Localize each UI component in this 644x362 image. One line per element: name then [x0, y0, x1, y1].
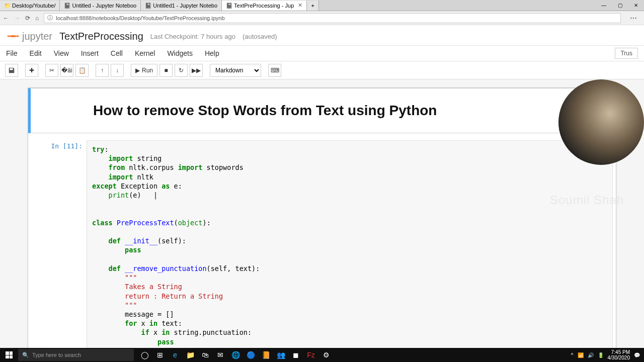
folder-icon: 📁	[4, 3, 10, 9]
mail-icon[interactable]: ✉	[213, 348, 227, 362]
fast-forward-button[interactable]: ▶▶	[190, 64, 203, 77]
notebook-container: How to remove Stop Words from Text using…	[28, 87, 616, 354]
battery-icon[interactable]: 🔋	[598, 352, 604, 358]
url-text: localhost:8888/notebooks/Desktop/Youtube…	[56, 15, 224, 21]
checkpoint-text: Last Checkpoint: 7 hours ago	[150, 33, 235, 40]
watermark-name: Soumil Shah	[550, 193, 624, 207]
clock[interactable]: 7:45 PM 4/30/2020	[608, 349, 630, 360]
url-input[interactable]: ⓘ localhost:8888/notebooks/Desktop/Youtu…	[44, 13, 621, 23]
search-icon: 🔍	[22, 352, 29, 358]
code-content[interactable]: try: import string from nltk.corpus impo…	[87, 140, 613, 351]
menu-bar: File Edit View Insert Cell Kernel Widget…	[0, 45, 644, 61]
webcam-overlay	[558, 79, 644, 165]
info-icon: ⓘ	[47, 14, 53, 22]
menu-view[interactable]: View	[54, 49, 69, 57]
windows-taskbar: 🔍 Type here to search ◯ ⊞ e 📁 🛍 ✉ 🌐 🔵 📙 …	[0, 348, 644, 362]
jupyter-icon[interactable]: 📙	[259, 348, 273, 362]
maximize-button[interactable]: ▢	[612, 1, 628, 11]
markdown-heading: How to remove Stop Words from Text using…	[89, 92, 612, 130]
menu-edit[interactable]: Edit	[30, 49, 42, 57]
command-palette-button[interactable]: ⌨	[268, 64, 281, 77]
obs-icon[interactable]: ⚙	[319, 348, 333, 362]
close-button[interactable]: ✕	[628, 1, 644, 11]
minimize-button[interactable]: —	[596, 1, 612, 11]
tray-up-icon[interactable]: ^	[571, 352, 574, 358]
cortana-icon[interactable]: ◯	[138, 348, 152, 362]
forward-button[interactable]: →	[14, 15, 20, 22]
browser-tab-active[interactable]: 📓 TextPreProcessing - Jup ✕	[222, 1, 307, 11]
menu-widgets[interactable]: Widgets	[167, 49, 193, 57]
start-button[interactable]	[0, 348, 18, 362]
cell-type-select[interactable]: Markdown	[210, 64, 261, 77]
taskbar-search[interactable]: 🔍 Type here to search	[18, 349, 134, 361]
toolbar: ✚ ✂ �äi 📋 ↑ ↓ ▶ Run ■ ↻ ▶▶ Markdown ⌨	[0, 61, 644, 79]
filezilla-icon[interactable]: Fz	[304, 348, 318, 362]
search-placeholder: Type here to search	[32, 352, 81, 358]
chrome-icon[interactable]: 🌐	[228, 348, 243, 362]
tab-label: TextPreProcessing - Jup	[234, 3, 294, 9]
save-button[interactable]	[5, 64, 18, 77]
restart-button[interactable]: ↻	[175, 64, 188, 77]
tab-label: Desktop/Youtube/	[12, 3, 55, 9]
trusted-indicator[interactable]: Trus	[615, 48, 638, 59]
close-icon[interactable]: ✕	[298, 2, 302, 9]
menu-file[interactable]: File	[6, 49, 18, 57]
notebook-icon: 📓	[145, 3, 151, 9]
new-tab-button[interactable]: +	[307, 1, 319, 11]
teams-icon[interactable]: 👥	[274, 348, 288, 362]
windows-logo-icon	[6, 351, 13, 358]
run-button[interactable]: ▶ Run	[131, 64, 157, 77]
edge-icon[interactable]: e	[168, 348, 182, 362]
menu-help[interactable]: Help	[205, 49, 219, 57]
add-cell-button[interactable]: ✚	[25, 64, 38, 77]
volume-icon[interactable]: 🔊	[588, 352, 594, 358]
autosaved-text: (autosaved)	[243, 33, 277, 40]
notebook-icon: 📓	[226, 3, 232, 9]
more-button[interactable]: ⋯	[626, 14, 641, 22]
copy-button[interactable]: �äi	[60, 64, 73, 77]
cell-prompt	[34, 92, 89, 130]
tab-label: Untitled1 - Jupyter Notebo	[153, 3, 217, 9]
jupyter-header: jupyter TextPreProcessing Last Checkpoin…	[0, 25, 644, 45]
jupyter-logo-text: jupyter	[22, 31, 52, 42]
address-bar: ← → ⟳ ⌂ ⓘ localhost:8888/notebooks/Deskt…	[0, 11, 644, 25]
taskbar-apps: ◯ ⊞ e 📁 🛍 ✉ 🌐 🔵 📙 👥 ◼ Fz ⚙	[138, 348, 333, 362]
notebook-title[interactable]: TextPreProcessing	[59, 31, 143, 42]
network-icon[interactable]: 📶	[578, 352, 584, 358]
system-tray: ^ 📶 🔊 🔋 7:45 PM 4/30/2020 💬	[567, 349, 644, 360]
jupyter-logo-icon	[6, 29, 20, 43]
markdown-cell[interactable]: How to remove Stop Words from Text using…	[28, 88, 616, 133]
notebook-area[interactable]: How to remove Stop Words from Text using…	[0, 79, 644, 362]
notifications-icon[interactable]: 💬	[634, 352, 640, 358]
app-icon[interactable]: 🔵	[244, 348, 258, 362]
tab-label: Untitled - Jupyter Noteboo	[72, 3, 136, 9]
refresh-button[interactable]: ⟳	[25, 15, 30, 22]
task-view-icon[interactable]: ⊞	[153, 348, 167, 362]
menu-insert[interactable]: Insert	[81, 49, 99, 57]
browser-tab[interactable]: 📓 Untitled1 - Jupyter Notebo	[141, 1, 222, 11]
menu-kernel[interactable]: Kernel	[135, 49, 155, 57]
back-button[interactable]: ←	[3, 15, 9, 22]
browser-tab[interactable]: 📓 Untitled - Jupyter Noteboo	[60, 1, 141, 11]
move-up-button[interactable]: ↑	[96, 64, 109, 77]
notebook-icon: 📓	[64, 3, 70, 9]
home-button[interactable]: ⌂	[35, 15, 39, 22]
explorer-icon[interactable]: 📁	[183, 348, 197, 362]
cut-button[interactable]: ✂	[45, 64, 58, 77]
paste-button[interactable]: 📋	[75, 64, 89, 77]
code-cell[interactable]: In [11]: try: import string from nltk.co…	[28, 137, 616, 354]
pycharm-icon[interactable]: ◼	[289, 348, 303, 362]
browser-tab[interactable]: 📁 Desktop/Youtube/	[0, 1, 60, 11]
store-icon[interactable]: 🛍	[198, 348, 212, 362]
move-down-button[interactable]: ↓	[111, 64, 124, 77]
browser-tab-bar: 📁 Desktop/Youtube/ 📓 Untitled - Jupyter …	[0, 0, 644, 11]
stop-button[interactable]: ■	[159, 64, 173, 77]
menu-cell[interactable]: Cell	[111, 49, 123, 57]
cell-prompt: In [11]:	[31, 140, 87, 351]
jupyter-logo[interactable]: jupyter	[6, 29, 52, 43]
